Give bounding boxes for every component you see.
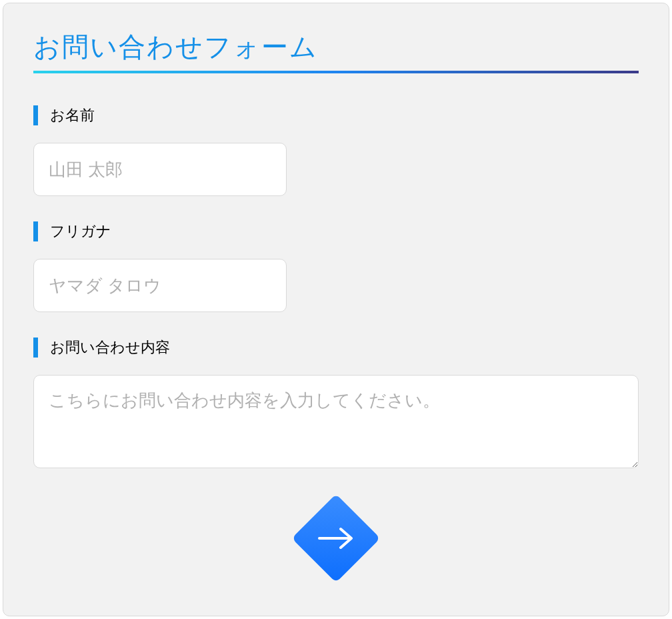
inquiry-label: お問い合わせ内容 (50, 338, 170, 358)
furigana-field-group: フリガナ (33, 221, 639, 312)
title-underline (33, 71, 639, 73)
submit-diamond-shape (292, 494, 381, 583)
furigana-input[interactable] (33, 259, 287, 312)
name-field-group: お名前 (33, 105, 639, 196)
name-input[interactable] (33, 143, 287, 196)
name-label: お名前 (50, 105, 95, 125)
inquiry-label-row: お問い合わせ内容 (33, 338, 639, 358)
furigana-label: フリガナ (50, 221, 111, 241)
form-title: お問い合わせフォーム (33, 29, 639, 65)
label-accent-bar (33, 221, 38, 241)
submit-container (33, 499, 639, 578)
submit-button[interactable] (297, 499, 375, 578)
name-label-row: お名前 (33, 105, 639, 125)
contact-form-card: お問い合わせフォーム お名前 フリガナ お問い合わせ内容 (3, 3, 669, 616)
furigana-label-row: フリガナ (33, 221, 639, 241)
label-accent-bar (33, 105, 38, 125)
label-accent-bar (33, 338, 38, 358)
inquiry-field-group: お問い合わせ内容 (33, 338, 639, 471)
inquiry-textarea[interactable] (33, 375, 639, 468)
